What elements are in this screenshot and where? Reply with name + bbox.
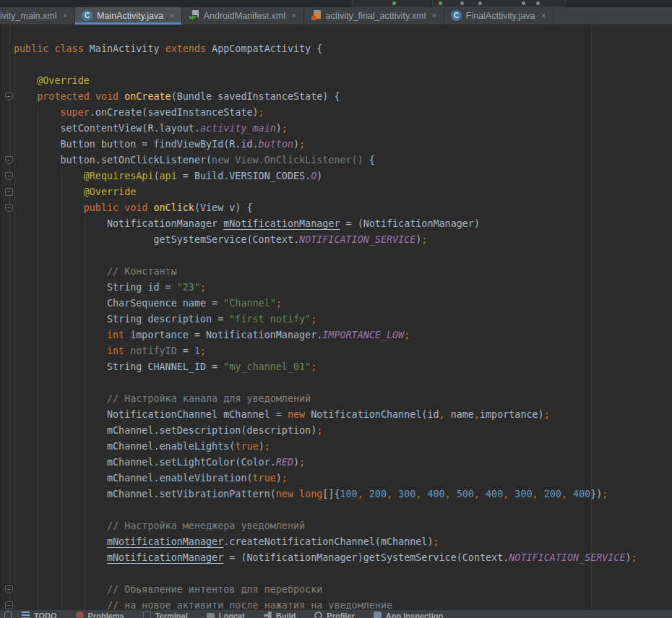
run-app-icon [439,1,442,5]
tab-ivity-main-xml[interactable]: ivity_main.xml✕ [0,7,75,24]
status-bar: TODOProblemsTerminalLogcatBuildProfilerA… [0,609,672,618]
code-token: ; [544,409,550,420]
code-token [119,91,124,102]
code-line[interactable]: public void onClick(View v) { [14,200,672,216]
indent [14,457,107,468]
statusbar-item-todo[interactable]: TODO [22,611,57,618]
code-line[interactable]: @Override [14,73,672,89]
tab-activity-final-acttivity-xml[interactable]: activity_final_acttivity.xml✕ [304,7,444,24]
tab-label: MainActivity.java [97,11,163,21]
tab-androidmanifest-xml[interactable]: AndroidManifest.xml✕ [182,7,304,24]
code-token: protected [37,91,90,102]
close-tab-icon[interactable]: ✕ [291,12,297,20]
code-token [363,489,369,499]
code-line[interactable]: NotificationChannel mChannel = new Notif… [14,407,672,423]
statusbar-item-label: TODO [34,611,57,618]
code-token: ) [293,139,299,150]
statusbar-item-label: Problems [88,611,124,618]
code-line[interactable]: mChannel.setDescription(description); [14,423,672,439]
code-line[interactable] [14,57,672,73]
code-token [293,489,299,499]
code-token: 200 [369,489,387,499]
tab-label: AndroidManifest.xml [204,11,285,21]
code-line[interactable]: mChannel.enableLights(true); [14,439,672,455]
code-token: // Настройка канала для уведомлений [107,393,311,404]
statusbar-item-app-inspection[interactable]: App Inspection [374,611,443,618]
code-token: mChannel.setVibrationPattern( [107,489,276,499]
code-token: ; [200,282,206,293]
code-editor[interactable]: public class MainActivity extends AppCom… [0,25,672,609]
code-line[interactable]: getSystemService(Context.NOTIFICATION_SE… [14,232,672,248]
statusbar-item-profiler[interactable]: Profiler [314,611,355,618]
code-line[interactable]: mNotificationManager = (NotificationMana… [14,550,672,566]
code-token: activity_main [200,123,276,134]
code-token: NotificationChannel mChannel = [107,409,288,420]
code-token: ) [259,441,264,452]
code-line[interactable]: mChannel.setVibrationPattern(new long[]{… [14,486,672,502]
code-line[interactable]: int importance = NotificationManager.IMP… [14,327,672,343]
code-token: mNotificationManager [223,218,340,229]
close-tab-icon[interactable]: ✕ [63,12,69,20]
code-token: 1 [194,346,200,356]
code-token [451,489,457,499]
statusbar-item-problems[interactable]: Problems [76,611,124,618]
code-line[interactable] [14,566,672,582]
code-line[interactable]: @RequiresApi(api = Build.VERSION_CODES.O… [14,168,672,184]
code-token: MainActivity [84,43,165,54]
statusbar-item-label: Build [276,611,296,618]
fold-marker-icon[interactable] [5,172,13,180]
code-line[interactable] [14,375,672,391]
code-token: ; [311,314,316,325]
close-tab-icon[interactable]: ✕ [169,12,175,20]
code-line[interactable]: mNotificationManager.createNotificationC… [14,534,672,550]
close-tab-icon[interactable]: ✕ [431,12,437,20]
fold-marker-icon[interactable] [5,156,13,164]
code-line[interactable]: NotificationManager mNotificationManager… [14,216,672,232]
code-line[interactable]: mChannel.setLightColor(Color.RED); [14,455,672,471]
tool-window-toggle-icon[interactable] [4,611,12,618]
code-line[interactable]: // Настройка менеджера уведомлений [14,518,672,534]
code-line[interactable]: super.onCreate(savedInstanceState); [14,105,672,121]
code-line[interactable] [14,248,672,264]
fold-marker-icon[interactable] [5,585,13,593]
fold-marker-icon[interactable] [5,601,13,609]
code-line[interactable]: setContentView(R.layout.activity_main); [14,121,672,137]
indent [14,186,84,197]
indent [14,107,61,118]
code-line[interactable]: int notifyID = 1; [14,343,672,359]
code-line[interactable]: @Override [14,184,672,200]
statusbar-item-build[interactable]: Build [264,611,296,618]
code-token: .onCreate(savedInstanceState) [90,107,259,118]
code-line[interactable]: // на новое активити после нажатия на ув… [14,598,672,609]
fold-marker-icon[interactable] [5,188,13,196]
code-line[interactable]: protected void onCreate(Bundle savedInst… [14,89,672,105]
code-line[interactable] [14,502,672,518]
code-token [480,489,486,499]
indent [14,282,107,293]
close-tab-icon[interactable]: ✕ [540,12,546,20]
code-token: (Bundle savedInstanceState) { [171,91,340,102]
fold-marker-icon[interactable] [5,204,13,212]
code-token: true [253,473,276,484]
code-line[interactable]: public class MainActivity extends AppCom… [14,41,672,57]
statusbar-item-label: Logcat [219,611,245,618]
code-line[interactable]: // Обьявление интентов для переброски [14,582,672,598]
fold-marker-icon[interactable] [5,93,13,100]
code-token: String id = [107,282,177,293]
code-line[interactable]: String description = "first notify"; [14,312,672,327]
code-line[interactable]: CharSequence name = "Channel"; [14,296,672,312]
indent [14,234,153,245]
statusbar-item-terminal[interactable]: Terminal [143,611,188,618]
statusbar-item-logcat[interactable]: Logcat [207,611,245,618]
code-line[interactable]: String CHANNEL_ID = "my_channel_01"; [14,359,672,375]
code-area[interactable]: public class MainActivity extends AppCom… [0,41,672,609]
code-line[interactable]: button.setOnClickListener(new View.OnCli… [14,153,672,168]
tab-finalacttivity-java[interactable]: FinalActtivity.java✕ [444,7,553,24]
code-line[interactable]: // Константы [14,264,672,280]
code-line[interactable]: String id = "23"; [14,280,672,296]
code-line[interactable]: // Настройка канала для уведомлений [14,391,672,407]
indent [14,600,107,609]
tab-mainactivity-java[interactable]: MainActivity.java✕ [75,7,182,24]
code-line[interactable]: mChannel.enableVibration(true); [14,471,672,486]
code-line[interactable]: Button button = findViewById(R.id.button… [14,137,672,153]
